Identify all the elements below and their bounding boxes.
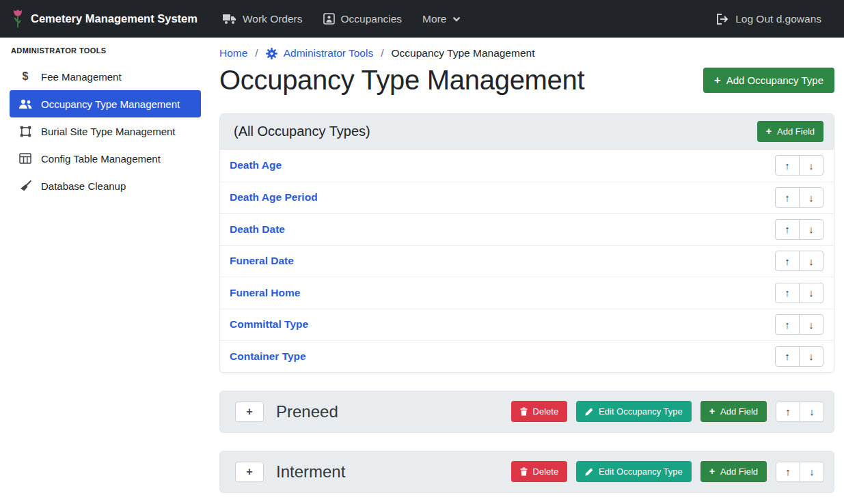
trash-icon: [520, 467, 528, 476]
field-link[interactable]: Funeral Home: [230, 287, 300, 299]
logout-icon: [716, 14, 729, 25]
nav-occupancies[interactable]: Occupancies: [313, 7, 413, 31]
breadcrumb-admin-tools-label: Administrator Tools: [284, 47, 374, 59]
field-link[interactable]: Death Age Period: [230, 191, 318, 204]
logout-button[interactable]: Log Out d.gowans: [706, 7, 832, 31]
add-occupancy-type-button[interactable]: + Add Occupancy Type: [703, 68, 834, 93]
add-field-button[interactable]: + Add Field: [700, 461, 767, 482]
delete-button[interactable]: Delete: [511, 461, 568, 482]
nav-work-orders[interactable]: Work Orders: [213, 7, 313, 31]
section-actions: Delete Edit Occupancy Type + Add Field ↑…: [511, 461, 824, 482]
field-link[interactable]: Death Age: [230, 159, 282, 171]
edit-occupancy-type-button[interactable]: Edit Occupancy Type: [576, 401, 692, 422]
sidebar-item-burial-site-type-management[interactable]: Burial Site Type Management: [10, 117, 201, 145]
delete-button[interactable]: Delete: [511, 401, 568, 422]
broom-icon: [17, 180, 33, 192]
plus-icon: +: [709, 466, 715, 476]
move-down-button[interactable]: ↓: [799, 251, 823, 271]
arrow-up-icon: ↑: [785, 406, 791, 417]
arrow-down-icon: ↓: [808, 160, 814, 171]
reorder-controls: ↑ ↓: [775, 155, 823, 176]
field-link[interactable]: Committal Type: [230, 318, 308, 331]
breadcrumb: Home / Administrator Tools / Occupancy T…: [219, 47, 834, 59]
move-down-button[interactable]: ↓: [799, 314, 823, 335]
breadcrumb-current: Occupancy Type Management: [392, 47, 535, 59]
move-down-button[interactable]: ↓: [799, 346, 823, 367]
occupancy-type-section-preneed: + Preneed Delete Edit Occupancy Type: [219, 391, 834, 433]
field-link[interactable]: Funeral Date: [230, 255, 294, 267]
sidebar-item-label: Fee Management: [41, 71, 122, 83]
move-up-button[interactable]: ↑: [775, 155, 800, 176]
move-down-button[interactable]: ↓: [799, 187, 823, 208]
sidebar-item-database-cleanup[interactable]: Database Cleanup: [10, 172, 201, 199]
arrow-down-icon: ↓: [808, 350, 814, 362]
reorder-controls: ↑ ↓: [776, 402, 824, 422]
edit-label: Edit Occupancy Type: [599, 406, 683, 417]
field-row: Death Date ↑ ↓: [220, 213, 834, 245]
move-up-button[interactable]: ↑: [775, 219, 800, 240]
edit-label: Edit Occupancy Type: [599, 466, 683, 477]
plus-icon: +: [714, 74, 721, 86]
add-field-label: Add Field: [720, 406, 758, 417]
trash-icon: [520, 407, 528, 416]
sidebar-item-fee-management[interactable]: $ Fee Management: [10, 63, 201, 90]
field-link[interactable]: Death Date: [230, 223, 285, 236]
field-row: Funeral Date ↑ ↓: [220, 245, 834, 277]
arrow-up-icon: ↑: [785, 160, 790, 171]
users-icon: [17, 98, 33, 109]
arrow-down-icon: ↓: [808, 255, 814, 267]
move-down-button[interactable]: ↓: [799, 283, 823, 303]
move-down-button[interactable]: ↓: [799, 155, 823, 176]
all-occupancy-types-card: (All Occupancy Types) + Add Field Death …: [219, 113, 834, 373]
nav-more[interactable]: More: [412, 7, 471, 31]
arrow-down-icon: ↓: [808, 287, 814, 298]
move-up-button[interactable]: ↑: [775, 187, 800, 208]
breadcrumb-home-link[interactable]: Home: [219, 47, 247, 59]
move-up-button[interactable]: ↑: [776, 462, 800, 482]
move-up-button[interactable]: ↑: [775, 314, 800, 335]
dollar-icon: $: [17, 70, 33, 83]
logout-label: Log Out d.gowans: [735, 13, 821, 25]
arrow-up-icon: ↑: [785, 287, 790, 298]
add-occupancy-type-label: Add Occupancy Type: [726, 74, 823, 86]
gear-icon: [266, 48, 277, 59]
move-up-button[interactable]: ↑: [776, 402, 800, 422]
delete-label: Delete: [533, 406, 559, 417]
sidebar-item-occupancy-type-management[interactable]: Occupancy Type Management: [10, 90, 201, 117]
move-up-button[interactable]: ↑: [775, 283, 800, 303]
field-link[interactable]: Container Type: [230, 350, 306, 363]
expand-button[interactable]: +: [235, 402, 264, 422]
add-field-button[interactable]: + Add Field: [700, 401, 767, 422]
arrow-down-icon: ↓: [809, 466, 815, 477]
page-title: Occupancy Type Management: [219, 65, 584, 96]
card-title: (All Occupancy Types): [234, 124, 370, 139]
arrow-up-icon: ↑: [785, 466, 791, 477]
expand-button[interactable]: +: [235, 462, 264, 482]
main-content: Home / Administrator Tools / Occupancy T…: [206, 38, 844, 504]
sidebar-item-config-table-management[interactable]: Config Table Management: [10, 145, 201, 172]
arrow-up-icon: ↑: [785, 255, 790, 267]
move-up-button[interactable]: ↑: [775, 346, 800, 367]
arrow-up-icon: ↑: [785, 192, 790, 204]
arrow-down-icon: ↓: [808, 223, 814, 235]
field-row: Death Age Period ↑ ↓: [220, 182, 834, 214]
edit-occupancy-type-button[interactable]: Edit Occupancy Type: [576, 461, 692, 482]
breadcrumb-separator: /: [255, 47, 258, 59]
breadcrumb-admin-tools-link[interactable]: Administrator Tools: [266, 47, 374, 59]
arrow-up-icon: ↑: [785, 319, 790, 331]
move-down-button[interactable]: ↓: [800, 402, 824, 422]
plus-icon: +: [709, 406, 715, 416]
app-brand[interactable]: Cemetery Management System: [12, 9, 198, 29]
reorder-controls: ↑ ↓: [775, 314, 823, 335]
move-down-button[interactable]: ↓: [799, 219, 823, 240]
field-row: Death Age ↑ ↓: [220, 150, 834, 182]
reorder-controls: ↑ ↓: [776, 462, 824, 482]
move-down-button[interactable]: ↓: [800, 462, 824, 482]
reorder-controls: ↑ ↓: [775, 187, 823, 208]
add-field-button[interactable]: + Add Field: [757, 121, 823, 142]
app-title: Cemetery Management System: [31, 12, 198, 25]
arrow-down-icon: ↓: [808, 319, 814, 331]
arrow-up-icon: ↑: [785, 350, 790, 362]
truck-icon: [223, 14, 236, 25]
move-up-button[interactable]: ↑: [775, 251, 800, 271]
